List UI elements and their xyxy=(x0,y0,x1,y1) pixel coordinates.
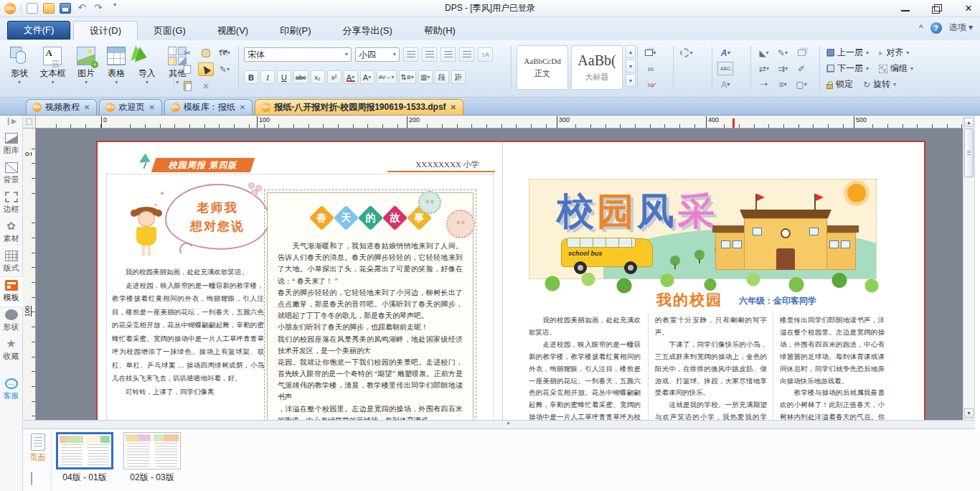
import-button[interactable]: 导入 ▾ xyxy=(133,43,161,85)
align-right-button[interactable] xyxy=(440,47,456,62)
sidebar-item-border[interactable]: 边框 xyxy=(0,189,23,218)
sidebar-collapse-icon[interactable]: ❙▶ xyxy=(5,117,17,130)
line-spacing-button[interactable]: ⇅≡▾ xyxy=(399,70,416,84)
chevron-down-icon[interactable]: ▾ xyxy=(85,80,88,85)
doc-tab-welcome[interactable]: DPS 欢迎页 ✕ xyxy=(99,99,161,115)
collapse-ribbon-icon[interactable]: ^ xyxy=(919,23,923,33)
style-scroll-up-icon[interactable]: ▲ xyxy=(626,45,636,58)
superscript-button[interactable]: x² xyxy=(327,70,341,84)
sidebar-item-gallery[interactable]: 图库 xyxy=(0,130,23,159)
left-page-column-text[interactable]: 我的校园美丽如画，处处充满欢歌笑语。 走进校园，映入眼帘的是一幢崭新的教学楼，教… xyxy=(112,266,264,398)
page-thumbnail-04-01[interactable] xyxy=(56,432,113,469)
right-page-column-3[interactable]: 楼里传出同学们郎朗地读书声，洋溢在整个校园里。左边是宽阔的操场，外围有四百米的跑… xyxy=(773,314,885,420)
doc-tab-video-tutorial[interactable]: DPS 视频教程 ✕ xyxy=(26,99,97,115)
rounded-shape-button[interactable]: ▢▾ xyxy=(793,78,809,91)
text-wrap-button[interactable]: ▾ xyxy=(643,46,659,60)
lock-button[interactable]: 锁定 xyxy=(826,78,853,91)
align-left-button[interactable] xyxy=(403,47,418,62)
vertical-ruler[interactable]: 0 100 xyxy=(23,128,36,420)
outline-button[interactable]: ✎▾ xyxy=(775,46,791,60)
vertical-scrollbar[interactable]: ▲ ▼ xyxy=(963,116,975,419)
vertical-scroll-thumb[interactable] xyxy=(964,128,974,177)
strikethrough-button[interactable]: abc xyxy=(293,70,308,84)
tab-print[interactable]: 印刷(P) xyxy=(264,21,326,40)
chevron-down-icon[interactable]: ▾ xyxy=(18,80,21,85)
gear-settings-button[interactable]: ▾ xyxy=(679,46,694,60)
panel-collapse-icon[interactable]: ▼ xyxy=(499,421,518,429)
highlight-color-button[interactable]: A▾ xyxy=(360,70,374,84)
close-button[interactable]: ✕ xyxy=(963,4,974,14)
vertical-text-button[interactable]: ↕A xyxy=(478,47,493,62)
fill-color-button[interactable]: ◣▾ xyxy=(756,46,772,60)
close-tab-icon[interactable]: ✕ xyxy=(148,103,155,112)
horizontal-scrollbar[interactable]: ▼ xyxy=(23,420,975,429)
scroll-up-icon[interactable]: ▲ xyxy=(964,118,974,127)
format-picture-button[interactable]: 🗺▾ xyxy=(217,46,232,60)
sidebar-item-material[interactable]: ✿素材 xyxy=(0,218,23,248)
chevron-down-icon[interactable]: ▾ xyxy=(146,80,149,85)
tab-view[interactable]: 视图(V) xyxy=(202,21,264,40)
sidebar-item-template[interactable]: 模板 xyxy=(0,277,23,307)
rotate-button[interactable]: ↻旋转▾ xyxy=(863,78,896,91)
font-family-select[interactable]: 宋体▾ xyxy=(244,47,352,62)
right-page-column-2[interactable]: 的教室十分安静，只有唰唰的写字声。 下课了，同学们像快乐的小鸟，三五成群来到宽阔… xyxy=(648,314,767,420)
file-menu-button[interactable]: 文件(F) xyxy=(7,21,70,39)
style-big-title[interactable]: AaBb( 大标题 xyxy=(571,45,623,90)
sidebar-item-customer-service[interactable]: …客服 xyxy=(0,375,23,405)
newspaper-page-right[interactable]: 校园风采 xyxy=(502,142,927,420)
restore-button[interactable] xyxy=(931,4,943,14)
style-gallery-more-icon[interactable]: ▼ xyxy=(626,74,636,87)
font-color-button[interactable]: A▾ xyxy=(344,70,358,84)
help-icon[interactable]: ? xyxy=(930,22,942,34)
campus-style-title[interactable]: 校园风采 xyxy=(557,187,717,237)
align-button[interactable]: ⫦对齐▾ xyxy=(879,46,909,60)
cut-button[interactable]: ✂ xyxy=(179,46,195,60)
chevron-down-icon[interactable]: ▾ xyxy=(51,80,54,85)
campus-style-banner[interactable]: 校园风采 xyxy=(529,179,877,279)
align-center-button[interactable] xyxy=(422,47,437,62)
my-campus-heading[interactable]: 我的校园 xyxy=(656,290,722,310)
line-weight-button[interactable]: ≡▾ xyxy=(775,78,791,91)
wordart-button[interactable]: A▾ xyxy=(717,46,733,60)
spellcheck-button[interactable]: A̶B̶C̶ xyxy=(717,62,733,75)
newspaper-spread[interactable]: 校园周报 第四版 XXXXXXXX 小学 ✦ ✦ 老师我 想对您说 我的校园美丽… xyxy=(96,141,925,420)
chevron-down-icon[interactable]: ▾ xyxy=(115,80,118,85)
format-painter-button[interactable]: ✎▾ xyxy=(217,62,232,77)
sidebar-item-favorites[interactable]: ★收藏 xyxy=(0,336,23,365)
pages-tab[interactable]: 页面 xyxy=(24,431,51,463)
speech-bubble[interactable]: 老师我 想对您说 xyxy=(165,184,270,250)
chevron-down-icon[interactable]: ▾ xyxy=(176,80,179,85)
layers-button[interactable] xyxy=(793,46,809,60)
columns-button[interactable]: ▥▾ xyxy=(418,70,433,84)
arrow-style-button[interactable]: ⇉▾ xyxy=(775,62,791,75)
select-tool-button[interactable] xyxy=(198,62,214,77)
underline-button[interactable]: U xyxy=(277,70,291,84)
scroll-down-icon[interactable]: ▼ xyxy=(964,408,974,418)
options-button[interactable]: 选项 ▾ xyxy=(949,22,973,34)
distance-button[interactable]: 距 xyxy=(451,70,466,84)
tab-design[interactable]: 设计(D) xyxy=(73,21,138,40)
italic-button[interactable]: I xyxy=(260,70,275,84)
insert-textbox-button[interactable]: A 文本框 ▾ xyxy=(36,43,69,85)
sidebar-item-background[interactable]: 背景 xyxy=(0,159,23,189)
font-size-select[interactable]: 小四▾ xyxy=(355,47,400,62)
story-body-text[interactable]: 天气渐渐暖和了，我知道春姑娘悄悄地来到了人间。告诉人们春天的消息。春天的脚步轻轻… xyxy=(278,240,463,420)
paragraph-button[interactable]: 段 xyxy=(435,70,449,84)
character-spacing-button[interactable]: AV↔▾ xyxy=(377,70,397,84)
style-body-text[interactable]: AaBbCcDd 正文 xyxy=(517,45,568,90)
grade-author-text[interactable]: 六年级：金印客同学 xyxy=(739,295,816,307)
dotted-line-button[interactable]: ┄▾ xyxy=(756,78,772,91)
newspaper-page-left[interactable]: 校园周报 第四版 XXXXXXXX 小学 ✦ ✦ 老师我 想对您说 我的校园美丽… xyxy=(98,142,502,420)
right-page-column-1[interactable]: 我的校园美丽如画，处处充满欢歌笑语。 走进校园，映入眼帘的是一幢崭新的教学楼，教… xyxy=(529,314,641,420)
copy-button[interactable] xyxy=(179,62,195,77)
school-name-text[interactable]: XXXXXXXX 小学 xyxy=(399,159,496,170)
close-tab-icon[interactable]: ✕ xyxy=(450,103,457,112)
horizontal-ruler[interactable]: 0 100 200 300 400 500 xyxy=(36,116,963,128)
link-button[interactable]: ∞ xyxy=(643,62,659,75)
design-canvas[interactable]: 校园周报 第四版 XXXXXXXX 小学 ✦ ✦ 老师我 想对您说 我的校园美丽… xyxy=(36,128,963,420)
hand-tool-button[interactable] xyxy=(198,46,214,60)
line-style-button[interactable]: ⇄▾ xyxy=(756,62,772,75)
spreads-tab[interactable] xyxy=(31,472,32,485)
bold-button[interactable]: B xyxy=(244,70,258,84)
insert-table-button[interactable]: 表格 ▾ xyxy=(103,43,130,85)
